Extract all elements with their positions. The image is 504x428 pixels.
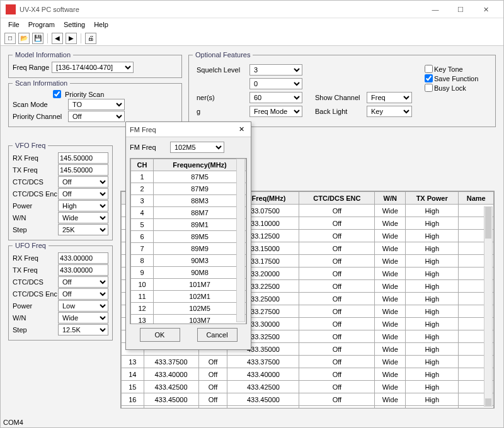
list-item[interactable]: 12102M5 xyxy=(131,303,246,315)
scan-info-group: Scan Information Priority Scan Scan Mode… xyxy=(8,79,182,127)
app-icon xyxy=(6,4,16,14)
model-info-group: Model Information Freq Range [136-174/40… xyxy=(8,51,182,78)
scan-info-legend: Scan Information xyxy=(13,79,70,87)
vfo-power-select[interactable]: High xyxy=(58,200,108,211)
back-light-select[interactable]: Key xyxy=(367,106,412,117)
ufo-wn-select[interactable]: Wide xyxy=(58,312,108,324)
freq-range-select[interactable]: [136-174/400-470] xyxy=(52,62,134,73)
vfo-rx-input[interactable] xyxy=(58,152,108,164)
list-item[interactable]: 11102M1 xyxy=(131,291,246,303)
vfo-ctc-select[interactable]: Off xyxy=(58,176,108,188)
write-icon[interactable]: ▶ xyxy=(66,33,77,44)
vfo-step-select[interactable]: 25K xyxy=(58,224,108,235)
priority-channel-select[interactable]: Off xyxy=(68,111,125,122)
timers-label: ner(s) xyxy=(197,94,247,101)
menubar: File Program Setting Help xyxy=(1,18,503,31)
new-icon[interactable]: □ xyxy=(4,33,16,44)
mode-label: g xyxy=(197,108,247,115)
list-item[interactable]: 990M8 xyxy=(131,267,246,279)
window-title: UV-X4 PC software xyxy=(20,6,423,13)
optional-features-group: Optional Features Squelch Level 3 0 ner(… xyxy=(188,51,496,127)
table-row[interactable]: 16433.45000Off433.45000OffWideHigh xyxy=(122,393,494,406)
table-row[interactable]: 15433.42500Off433.42500OffWideHigh xyxy=(122,381,494,393)
table-row[interactable]: 13433.37500Off433.37500OffWideHigh xyxy=(122,356,494,368)
vfo-enc-select[interactable]: Off xyxy=(58,188,108,200)
grid-header[interactable]: W/N xyxy=(375,192,406,205)
mode-select[interactable]: Freq Mode xyxy=(249,106,302,117)
ufo-ctc-select[interactable]: Off xyxy=(58,276,108,288)
dialog-title: FM Freq xyxy=(130,126,236,133)
status-bar: COM4 xyxy=(3,419,23,426)
freq-range-label: Freq Range xyxy=(13,64,49,71)
separator xyxy=(47,33,48,43)
busy-lock-label: Busy Lock xyxy=(434,84,466,92)
grid-header[interactable]: Name xyxy=(459,192,494,205)
save-function-checkbox[interactable] xyxy=(425,74,433,82)
list-item[interactable]: 589M1 xyxy=(131,219,246,231)
dialog-close-icon[interactable]: ✕ xyxy=(236,125,247,133)
scroll-down-icon[interactable] xyxy=(485,398,491,406)
ufo-rx-input[interactable] xyxy=(58,252,108,264)
optional-legend: Optional Features xyxy=(193,51,253,59)
ufo-tx-input[interactable] xyxy=(58,264,108,276)
list-item[interactable]: 187M5 xyxy=(131,171,246,183)
ok-button[interactable]: OK xyxy=(140,328,180,342)
vfo-legend: VFO Freq xyxy=(13,142,48,149)
list-item[interactable]: 890M3 xyxy=(131,255,246,267)
table-row[interactable]: 17433.47500Off433.47500OffWideHigh xyxy=(122,406,494,409)
fm-freq-select[interactable]: 102M5 xyxy=(170,142,224,153)
ufo-step-select[interactable]: 12.5K xyxy=(58,324,108,335)
scan-mode-label: Scan Mode xyxy=(13,101,66,108)
cancel-button[interactable]: Cancel xyxy=(197,328,238,342)
menu-file[interactable]: File xyxy=(4,20,23,30)
dialog-scrollbar[interactable] xyxy=(236,159,245,322)
list-item[interactable]: 287M9 xyxy=(131,183,246,195)
separator xyxy=(81,33,81,43)
table-row[interactable]: 14433.40000Off433.40000OffWideHigh xyxy=(122,368,494,381)
menu-program[interactable]: Program xyxy=(25,20,59,30)
dialog-grid-header[interactable]: Frequency(MHz) xyxy=(154,159,246,171)
squelch-select[interactable]: 3 xyxy=(249,64,302,76)
list-item[interactable]: 789M9 xyxy=(131,243,246,255)
back-light-label: Back Light xyxy=(315,108,364,115)
list-item[interactable]: 10101M7 xyxy=(131,279,246,291)
list-item[interactable]: 388M3 xyxy=(131,195,246,207)
dialog-grid-header[interactable]: CH xyxy=(131,159,154,171)
key-tone-label: Key Tone xyxy=(434,65,463,73)
maximize-button[interactable]: ☐ xyxy=(448,1,473,18)
minimize-button[interactable]: — xyxy=(423,1,448,18)
show-channel-select[interactable]: Freq xyxy=(367,92,412,103)
show-channel-label: Show Channel xyxy=(315,94,364,101)
scan-mode-select[interactable]: TO xyxy=(68,99,125,110)
list-item[interactable]: 689M5 xyxy=(131,231,246,243)
read-icon[interactable]: ◀ xyxy=(52,33,63,44)
priority-scan-label: Priority Scan xyxy=(65,91,104,98)
close-button[interactable]: ✕ xyxy=(473,1,498,18)
vfo-tx-input[interactable] xyxy=(58,164,108,176)
list-item[interactable]: 13103M7 xyxy=(131,315,246,325)
grid-header[interactable]: TX Power xyxy=(406,192,459,205)
priority-channel-label: Priority Channel xyxy=(13,113,66,120)
squelch-label: Squelch Level xyxy=(197,66,247,74)
ufo-legend: UFO Freq xyxy=(13,242,49,249)
priority-scan-checkbox[interactable] xyxy=(53,90,61,98)
ufo-enc-select[interactable]: Off xyxy=(58,288,108,300)
vfo-freq-group: VFO Freq RX Freq TX Freq CTC/DCSOff CTC/… xyxy=(8,142,113,240)
open-icon[interactable]: 📂 xyxy=(18,33,30,44)
list-item[interactable]: 488M7 xyxy=(131,207,246,219)
model-info-legend: Model Information xyxy=(13,51,73,59)
menu-setting[interactable]: Setting xyxy=(60,20,89,30)
menu-help[interactable]: Help xyxy=(90,20,112,30)
key-tone-checkbox[interactable] xyxy=(425,65,433,73)
vertical-scrollbar[interactable] xyxy=(484,206,493,407)
field2-select[interactable]: 0 xyxy=(249,78,302,89)
grid-header[interactable]: CTC/DCS ENC xyxy=(299,192,375,205)
scroll-thumb[interactable] xyxy=(485,207,491,239)
fm-freq-dialog: FM Freq ✕ FM Freq 102M5 CHFrequency(MHz)… xyxy=(125,121,251,350)
save-icon[interactable]: 💾 xyxy=(32,33,43,44)
vfo-wn-select[interactable]: Wide xyxy=(58,212,108,223)
ufo-power-select[interactable]: Low xyxy=(58,300,108,312)
print-icon[interactable]: 🖨 xyxy=(85,33,96,44)
timers-select[interactable]: 60 xyxy=(249,92,302,103)
busy-lock-checkbox[interactable] xyxy=(425,84,433,92)
